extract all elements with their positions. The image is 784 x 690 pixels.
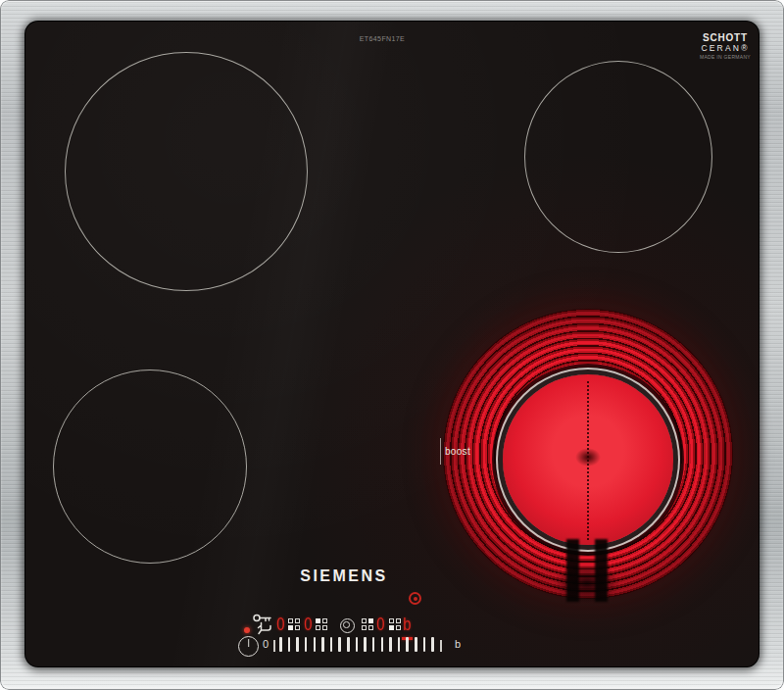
- zone-indicator-front-left[interactable]: [288, 618, 300, 630]
- element-center-spot: [575, 448, 601, 467]
- ceran-text: CERAN®: [694, 44, 757, 54]
- zone-indicator-front-right[interactable]: [389, 618, 401, 630]
- zone-indicator-back-right[interactable]: [362, 618, 373, 630]
- siemens-logo: SIEMENS: [288, 567, 400, 585]
- display-back-left: 0: [303, 614, 313, 635]
- slider-end-tick: [273, 640, 275, 652]
- zone-back-left: [65, 52, 308, 291]
- zone-back-right: [524, 61, 712, 253]
- boost-marker-line: [440, 438, 441, 465]
- cooktop: boost ET645FN17E SIEMENS SCHOTT CERAN® M…: [0, 0, 784, 690]
- display-front-left: 0: [275, 614, 285, 635]
- element-terminal-shadow: [555, 564, 619, 603]
- boost-label: boost: [445, 446, 470, 457]
- slider-boost-label: b: [455, 638, 461, 650]
- zone-front-left: [53, 370, 247, 564]
- schott-ceran-badge: SCHOTT CERAN® MADE IN GERMANY: [694, 32, 757, 61]
- display-front-right-boost: b: [402, 614, 412, 635]
- zone-indicator-back-left[interactable]: [316, 618, 327, 630]
- slider-start-label: 0: [263, 638, 269, 650]
- timer-icon[interactable]: [340, 618, 355, 633]
- display-back-right: 0: [375, 614, 385, 635]
- power-button[interactable]: [238, 636, 259, 657]
- boost-indicator-icon: [409, 592, 421, 605]
- slider-end-tick: [440, 640, 442, 652]
- model-number: ET645FN17E: [323, 35, 441, 42]
- badge-subtext: MADE IN GERMANY: [694, 55, 757, 61]
- power-level-slider[interactable]: [279, 637, 434, 652]
- schott-text: SCHOTT: [694, 32, 757, 44]
- power-led: [244, 627, 250, 633]
